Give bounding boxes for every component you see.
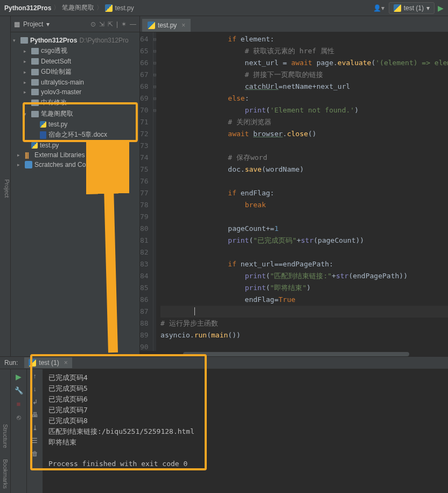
python-icon [29,359,36,367]
python-icon [105,4,113,12]
run-button[interactable]: ▶ [438,4,444,12]
project-tool-button[interactable]: Project [0,16,11,356]
tree-node[interactable]: 宿命之环1~5章.docx [11,129,139,140]
tree-node[interactable]: ▸External Libraries [11,150,139,160]
expand-icon[interactable]: ⇲ [99,20,104,28]
structure-button[interactable]: Structure [2,424,9,448]
breadcrumb[interactable]: Python312Pros 〉 笔趣阁爬取 〉 test.py [4,3,134,12]
tree-node[interactable]: ▸csgo透视 [11,45,139,57]
tree-node[interactable]: ▸yolov3-master [11,87,139,97]
horizontal-scrollbar[interactable] [140,351,448,356]
editor-tabs: test.py × [140,16,448,32]
collapse-icon[interactable]: ⇱ [108,20,113,28]
close-icon[interactable]: × [64,359,68,367]
trash-icon[interactable]: 🗑 [32,450,38,457]
top-toolbar: Python312Pros 〉 笔趣阁爬取 〉 test.py 👤▾ test … [0,0,448,16]
project-tree[interactable]: ▾Python312Pros D:\Python312Pro▸csgo透视▸De… [11,32,139,173]
breadcrumb-file[interactable]: test.py [115,4,134,12]
project-label: Project [4,179,10,198]
tree-node[interactable]: ▸Scratches and Console [11,160,139,170]
filter-icon[interactable]: ☰ [32,437,38,445]
run-label: Run: [4,359,18,367]
tree-node[interactable]: test.py [11,140,139,150]
tab-label: test.py [158,22,177,29]
run-tab-label: test (1) [39,359,59,367]
run-toolbar-left2: ↑ ↓ ↲ 🖶 ⤓ ☰ 🗑 [27,369,43,493]
side-tool-buttons[interactable]: Structure Bookmarks [0,369,11,493]
run-config-label: test (1) [404,4,424,12]
scroll-icon[interactable]: ⤓ [32,424,38,432]
close-icon[interactable]: × [181,22,185,29]
tree-node[interactable]: ▸ultralytics-main [11,78,139,87]
print-icon[interactable]: 🖶 [32,411,38,419]
editor-tab[interactable]: test.py × [142,19,191,32]
tree-node[interactable]: ▾Python312Pros D:\Python312Pro [11,36,139,45]
editor-panel: test.py × 646566676869707172737475767778… [140,16,448,356]
bookmarks-button[interactable]: Bookmarks [2,459,9,489]
stop-button[interactable]: ■ [17,400,21,408]
python-icon [394,4,401,12]
run-configuration-dropdown[interactable]: test (1) ▾ [389,2,435,14]
project-title: Project [23,20,43,28]
exit-icon[interactable]: ⎋ [17,413,21,421]
run-toolbar-left: ▶ 🔧 ■ ⎋ [11,369,27,493]
hide-icon[interactable]: — [130,20,136,28]
rerun-button[interactable]: ▶ [16,372,22,381]
run-tab[interactable]: test (1) × [24,357,72,368]
settings-icon[interactable]: ✶ [121,20,127,28]
user-icon[interactable]: 👤▾ [373,2,386,15]
up-icon[interactable]: ↑ [33,372,37,380]
project-panel: ▦ Project ▾ ⊙ ⇲ ⇱ | ✶ — ▾Python312Pros D… [11,16,140,356]
breadcrumb-root[interactable]: Python312Pros [4,4,51,12]
project-view-icon[interactable]: ▦ [14,20,20,28]
tree-node[interactable]: ▸GDI绘制篇 [11,66,139,78]
breadcrumb-folder[interactable]: 笔趣阁爬取 [62,3,94,12]
python-icon [148,22,155,29]
wrench-icon[interactable]: 🔧 [15,386,23,395]
divider: | [116,20,118,28]
run-tool-header: Run: test (1) × [0,356,448,369]
target-icon[interactable]: ⊙ [90,20,96,28]
down-icon[interactable]: ↓ [33,385,37,393]
tree-node[interactable]: ▸DetectSoft [11,57,139,66]
tree-node[interactable]: test.py [11,119,139,129]
code-editor[interactable]: 6465666768697071727374757677787980818283… [140,32,448,351]
chevron-down-icon: ▾ [426,4,430,12]
chevron-down-icon[interactable]: ▾ [46,20,50,28]
tree-node[interactable]: ▸中有修改 [11,97,139,108]
tree-node[interactable]: ▾笔趣阁爬取 [11,108,139,119]
console-output[interactable]: 已完成页码4已完成页码5已完成页码6已完成页码7已完成页码8匹配到结束链接:/b… [43,369,448,493]
soft-wrap-icon[interactable]: ↲ [32,398,38,406]
